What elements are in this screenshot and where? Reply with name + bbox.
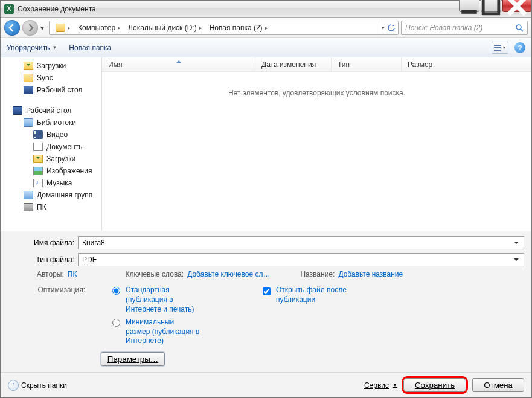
filename-label: Имя файла:: [8, 239, 78, 247]
excel-icon: X: [4, 4, 14, 14]
save-details-panel: Имя файла: Книга8 Тип файла: PDF Авторы:…: [1, 231, 531, 372]
authors-label: Авторы:: [37, 270, 64, 278]
tree-desktop-quick[interactable]: Рабочий стол: [1, 84, 101, 96]
hide-folders-label: Скрыть папки: [21, 381, 67, 390]
svg-rect-3: [494, 45, 501, 46]
main-area: Загрузки Sync Рабочий стол Рабочий стол …: [1, 57, 531, 231]
checkbox-open-after[interactable]: Открыть файл после публикации: [260, 286, 361, 304]
save-dialog-window: X Сохранение документа ▾ ▸ Компьютер▸ Ло…: [0, 0, 532, 398]
radio-minimum-input[interactable]: [112, 319, 120, 327]
titlebar: X Сохранение документа: [1, 1, 531, 18]
address-dropdown[interactable]: ▾: [382, 25, 385, 31]
tree-homegroup[interactable]: Домашняя групп: [1, 189, 101, 201]
radio-standard[interactable]: Стандартная (публикация в Интернете и пе…: [109, 286, 200, 314]
title-value[interactable]: Добавьте название: [338, 270, 403, 278]
crumb-drive-d[interactable]: Локальный диск (D:)▸: [124, 21, 206, 34]
tree-videos[interactable]: Видео: [1, 129, 101, 141]
checkbox-open-after-input[interactable]: [263, 287, 271, 295]
svg-rect-0: [461, 10, 477, 13]
radio-minimum[interactable]: Минимальный размер (публикация в Интерне…: [109, 318, 200, 346]
tree-libraries[interactable]: Библиотеки: [1, 117, 101, 129]
nav-back-button[interactable]: [4, 20, 20, 36]
column-size[interactable]: Размер: [402, 57, 531, 71]
maximize-button[interactable]: [481, 0, 501, 12]
help-icon[interactable]: ?: [514, 42, 525, 53]
svg-rect-4: [494, 47, 501, 48]
search-input[interactable]: Поиск: Новая папка (2): [401, 21, 528, 35]
tree-music[interactable]: Музыка: [1, 177, 101, 189]
search-icon: [515, 24, 524, 32]
file-list-area: Имя Дата изменения Тип Размер Нет элемен…: [102, 57, 531, 231]
chevron-up-icon: ˄: [8, 380, 19, 391]
tree-documents[interactable]: Документы: [1, 141, 101, 153]
window-title: Сохранение документа: [18, 5, 96, 13]
svg-point-2: [516, 25, 521, 30]
nav-forward-button[interactable]: [22, 20, 38, 36]
keywords-value[interactable]: Добавьте ключевое сл…: [187, 270, 270, 278]
command-toolbar: Упорядочить▼ Новая папка ▼ ?: [1, 38, 531, 57]
crumb-folder[interactable]: Новая папка (2)▸: [206, 21, 272, 34]
tree-pc[interactable]: ПК: [1, 201, 101, 213]
close-button[interactable]: [502, 0, 531, 12]
nav-history-dropdown[interactable]: ▾: [40, 24, 46, 32]
tree-downloads[interactable]: Загрузки: [1, 60, 101, 72]
column-headers: Имя Дата изменения Тип Размер: [102, 57, 531, 72]
radio-standard-label: Стандартная (публикация в Интернете и пе…: [126, 286, 200, 314]
save-button[interactable]: Сохранить: [403, 378, 466, 392]
filename-input[interactable]: Книга8: [78, 236, 524, 249]
keywords-label: Ключевые слова:: [125, 270, 184, 278]
column-date[interactable]: Дата изменения: [255, 57, 332, 71]
options-button[interactable]: Параметры…: [101, 352, 165, 366]
navigation-bar: ▾ ▸ Компьютер▸ Локальный диск (D:)▸ Нова…: [1, 18, 531, 38]
view-options-button[interactable]: ▼: [492, 42, 508, 54]
refresh-icon[interactable]: [387, 24, 396, 32]
svg-rect-5: [494, 50, 501, 51]
radio-standard-input[interactable]: [112, 287, 120, 295]
radio-minimum-label: Минимальный размер (публикация в Интерне…: [126, 318, 200, 346]
crumb-computer[interactable]: Компьютер▸: [74, 21, 124, 34]
tree-lib-downloads[interactable]: Загрузки: [1, 153, 101, 165]
authors-value[interactable]: ПК: [68, 270, 77, 278]
new-folder-button[interactable]: Новая папка: [69, 43, 111, 52]
tree-desktop-root[interactable]: Рабочий стол: [1, 104, 101, 117]
optimization-label: Оптимизация:: [37, 286, 85, 294]
tree-sync[interactable]: Sync: [1, 72, 101, 84]
checkbox-open-after-label: Открыть файл после публикации: [276, 286, 361, 304]
address-breadcrumb[interactable]: ▸ Компьютер▸ Локальный диск (D:)▸ Новая …: [49, 21, 399, 35]
organize-button[interactable]: Упорядочить▼: [7, 43, 57, 52]
tree-pictures[interactable]: Изображения: [1, 165, 101, 177]
svg-rect-1: [483, 0, 499, 13]
search-placeholder: Поиск: Новая папка (2): [405, 24, 511, 32]
column-name[interactable]: Имя: [102, 57, 255, 71]
hide-folders-toggle[interactable]: ˄ Скрыть папки: [8, 380, 67, 391]
dialog-footer: ˄ Скрыть папки Сервис▼ Сохранить Отмена: [1, 372, 531, 397]
filetype-label: Тип файла:: [8, 255, 78, 264]
empty-folder-message: Нет элементов, удовлетворяющих условиям …: [102, 89, 531, 97]
cancel-button[interactable]: Отмена: [472, 378, 524, 392]
minimize-button[interactable]: [459, 0, 479, 12]
navigation-tree[interactable]: Загрузки Sync Рабочий стол Рабочий стол …: [1, 57, 102, 231]
column-type[interactable]: Тип: [332, 57, 402, 71]
title-label: Название:: [300, 270, 335, 278]
tools-dropdown[interactable]: Сервис▼: [364, 381, 397, 390]
filetype-select[interactable]: PDF: [78, 253, 524, 266]
crumb-root-icon[interactable]: ▸: [52, 21, 74, 34]
